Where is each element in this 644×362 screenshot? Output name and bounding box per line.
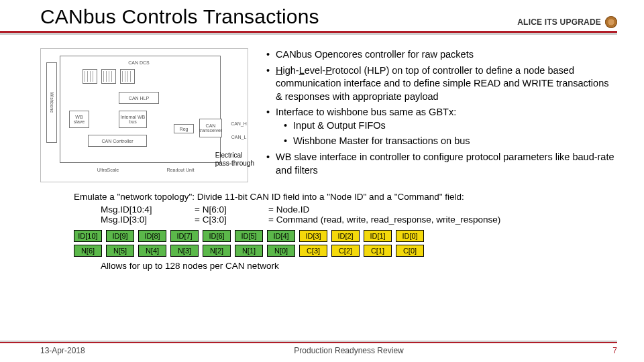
allow-line: Allows for up to 128 nodes per CAN netwo… [0,259,644,271]
bit-top-10: ID[0] [396,230,424,242]
map-r1c3: = Node.ID [268,204,644,215]
bit-bot-6: N[0] [267,245,295,257]
diagram-wb-slave: WB slave [69,111,89,128]
map-r1c2: = N[6:0] [195,204,241,215]
diagram-column: Wishbone CAN DCS CAN HLP WB slave Intern… [40,48,252,182]
bullet-3a: Input & Output FIFOs [276,119,617,133]
bit-top-9: ID[1] [364,230,392,242]
bit-bot-1: N[5] [106,245,134,257]
diagram-canh: CAN_H [230,120,248,127]
map-r2c2: = C[3:0] [195,215,241,225]
bullet-list: CANbus Opencores controller for raw pack… [266,48,617,182]
map-row-1: Msg.ID[10:4] = N[6:0] = Node.ID [101,204,644,215]
footer-row: 13-Apr-2018 Production Readyness Review … [0,343,644,355]
bit-top-2: ID[8] [138,230,166,242]
bullet-3: Interface to wishbone bus same as GBTx: … [266,106,617,148]
bit-top-3: ID[7] [170,230,199,242]
diagram-fifo2 [101,69,116,84]
b2-H: H [276,65,282,76]
diagram-hlp: CAN HLP [119,92,159,104]
bit-bot-0: N[6] [74,245,102,257]
bit-bot-4: N[2] [203,245,231,257]
bullet-1: CANbus Opencores controller for raw pack… [266,48,617,62]
diagram-readout-unit: Readout Unit [154,164,207,175]
passthrough-label: Electrical pass-through [215,152,254,168]
slide-title: CANbus Controls Transactions [40,5,319,28]
bullet-2: High-Level-Protocol (HLP) on top of cont… [266,64,617,104]
bit-bot-2: N[4] [138,245,166,257]
bullet-3b: Wishbone Master for transactions on bus [276,135,617,148]
diagram-wishbone: Wishbone [46,62,57,143]
diagram-fifo3 [120,69,135,84]
b2-P: P [325,65,332,76]
bit-bot-3: N[3] [170,245,199,257]
brand-label: ALICE ITS UPGRADE [517,16,617,28]
slide: CANbus Controls Transactions ALICE ITS U… [0,0,644,362]
bits-row-top: ID[10]ID[9]ID[8]ID[7]ID[6]ID[5]ID[4]ID[3… [74,230,644,242]
footer-date: 13-Apr-2018 [40,346,85,355]
diagram-transceiver: CAN transceiver [199,119,222,137]
bit-top-0: ID[10] [74,230,102,242]
bit-top-6: ID[4] [267,230,295,242]
diagram-ultrascale: UltraScale [81,164,135,175]
b2-m2: evel- [305,65,325,76]
diagram-can-controller: CAN Controller [88,135,147,147]
bit-top-7: ID[3] [299,230,327,242]
b3-text: Interface to wishbone bus same as GBTx: [276,107,456,117]
diagram-reg: Reg [174,124,194,133]
bit-top-5: ID[5] [235,230,263,242]
bit-bot-10: C[0] [396,245,424,257]
footer: 13-Apr-2018 Production Readyness Review … [0,341,644,355]
bit-top-1: ID[9] [106,230,134,242]
b2-L: L [299,65,305,76]
brand-text: ALICE ITS UPGRADE [517,17,601,27]
map-r1c1: Msg.ID[10:4] [101,204,168,215]
diagram-header: CAN DCS [105,58,172,66]
diagram-internal-wb: Internal WB bus [119,111,147,128]
bit-bot-8: C[2] [331,245,360,257]
bit-bot-5: N[1] [235,245,263,257]
b2-m1: igh- [282,65,299,76]
passthrough-l2: pass-through [215,160,254,167]
bit-top-4: ID[6] [203,230,231,242]
footer-center: Production Readyness Review [294,346,403,355]
map-row-2: Msg.ID[3:0] = C[3:0] = Command (read, wr… [101,215,644,225]
bit-table: ID[10]ID[9]ID[8]ID[7]ID[6]ID[5]ID[4]ID[3… [0,225,644,257]
content-area: Wishbone CAN DCS CAN HLP WB slave Intern… [0,35,644,182]
id-mapping: Msg.ID[10:4] = N[6:0] = Node.ID Msg.ID[3… [0,202,644,225]
bullet-4: WB slave interface in controller to conf… [266,151,617,177]
title-bar: CANbus Controls Transactions ALICE ITS U… [0,0,644,29]
map-r2c3: = Command (read, write, read_response, w… [268,215,644,225]
footer-page: 7 [612,346,617,355]
brand-badge-icon [605,16,617,28]
diagram-canl: CAN_L [230,133,248,140]
passthrough-l1: Electrical [215,152,243,159]
bits-row-bottom: N[6]N[5]N[4]N[3]N[2]N[1]N[0]C[3]C[2]C[1]… [74,245,644,257]
bit-bot-7: C[3] [299,245,327,257]
diagram-fifo1 [83,69,97,84]
map-r2c1: Msg.ID[3:0] [101,215,168,225]
bit-top-8: ID[2] [331,230,360,242]
bit-bot-9: C[1] [364,245,392,257]
emulate-line: Emulate a "network topology": Divide 11-… [0,182,644,202]
